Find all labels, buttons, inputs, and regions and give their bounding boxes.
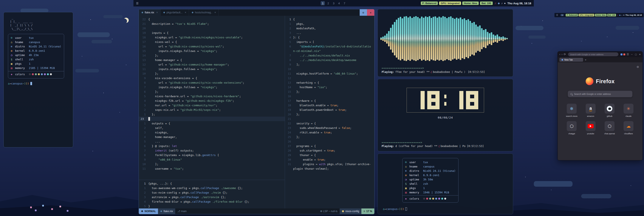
music-icon[interactable]: ♫ bbox=[494, 2, 496, 5]
firefox-logo-icon bbox=[586, 77, 594, 85]
tab-flake-nix[interactable]: ❄flake.nix× bbox=[139, 9, 160, 16]
newtab-search-input[interactable]: Search with Google or enter address bbox=[568, 91, 632, 97]
url-bar[interactable]: Search with Google or enter address bbox=[568, 52, 618, 56]
cloud bbox=[75, 69, 99, 72]
code-line: 23 sudo.wheelNeedsPassword = false; bbox=[285, 126, 374, 130]
bar-clock[interactable]: Thu Aug 08, 18:18 bbox=[625, 14, 642, 16]
tag-1[interactable]: 1 bbox=[321, 1, 325, 6]
code-line: 2 self, bbox=[139, 126, 285, 130]
cava-bar bbox=[402, 18, 403, 59]
tag-4[interactable]: 4 bbox=[337, 1, 341, 6]
shortcut-chatgpt[interactable]: ⬡chatgpt bbox=[564, 121, 579, 135]
hname-icon: ⌂ bbox=[405, 165, 410, 168]
editor-pane-flake[interactable]: 22{21 description = "tux's NixOS Flake";… bbox=[139, 16, 285, 180]
shortcut-youtube[interactable]: youtube bbox=[584, 121, 598, 135]
flower bbox=[42, 205, 44, 206]
palette-dot bbox=[423, 198, 425, 200]
fetch-field-pkgs: ▣pkgs1 bbox=[11, 62, 61, 66]
shortcut-chat-openai[interactable]: ⬡chat.openai bbox=[602, 121, 617, 135]
menu-button[interactable]: ☰ bbox=[626, 53, 629, 56]
gpu-mode-widget: GPU: Integrated bbox=[439, 2, 461, 5]
maximize-button[interactable]: ▢ bbox=[635, 53, 637, 56]
status-widgets: P: BalancedGPU: IntegratedHome: 8msBat: … bbox=[421, 2, 493, 5]
notifications-icon[interactable]: ● bbox=[623, 14, 624, 16]
fetch-field-hname: ⌂hnamecanopus bbox=[405, 164, 456, 169]
firefox-logo: Firefox bbox=[586, 77, 615, 85]
notifications-icon[interactable]: ● bbox=[504, 2, 506, 5]
volume-icon[interactable]: ♪ bbox=[622, 14, 622, 16]
tag-2[interactable]: 2 bbox=[326, 1, 330, 6]
tab-close-icon[interactable]: × bbox=[185, 11, 186, 14]
clock-digit bbox=[442, 91, 448, 109]
shortcut-github[interactable]: github bbox=[602, 104, 617, 117]
minimize-button[interactable]: ─ bbox=[631, 53, 632, 56]
forward-button[interactable]: › bbox=[562, 53, 562, 56]
code-line: 16 url = "github:nix-community/nixos-wsl… bbox=[139, 44, 285, 49]
fetch-value: 6.9.8-zen1 bbox=[29, 49, 45, 52]
bluetooth-icon[interactable]: ◆ bbox=[498, 2, 500, 5]
folder-icon: ⬢ bbox=[342, 210, 344, 213]
tag-3[interactable]: 3 bbox=[332, 1, 336, 6]
volume-icon[interactable]: ♪ bbox=[501, 2, 502, 5]
editor-pane-pkgs[interactable]: 1{pkgs, ...}: {1 tux-awesome-wm-config =… bbox=[139, 180, 285, 208]
menu-icon[interactable]: ☰ bbox=[136, 2, 138, 5]
extension-icon-red[interactable] bbox=[623, 54, 625, 55]
code-line: 8 forAllSystems = nixpkgs.lib.genAttrs [ bbox=[139, 153, 285, 157]
cava-bar bbox=[493, 35, 494, 43]
now-playing: Playing:ffee for your head) **♫beabadoob… bbox=[382, 70, 509, 74]
tab-close-icon[interactable]: × bbox=[156, 11, 158, 14]
shortcut-amazon[interactable]: aamazon bbox=[584, 104, 598, 117]
eye-button[interactable]: ⊙ bbox=[360, 9, 367, 16]
palette-dot bbox=[438, 198, 440, 200]
shortcut-search-nixos[interactable]: ❄search.nixos bbox=[564, 104, 579, 117]
fetch-value: zsh bbox=[29, 58, 34, 61]
back-button[interactable]: ‹ bbox=[560, 53, 560, 56]
terminal-cursor bbox=[405, 207, 407, 210]
git-branch: ⎇ main bbox=[175, 210, 189, 213]
shortcut-label: search.nixos bbox=[566, 115, 577, 117]
tab-new-tab[interactable]: New Tab bbox=[560, 58, 583, 62]
close-button[interactable]: ✕ bbox=[639, 53, 641, 56]
lsp-icon: ✻ bbox=[320, 210, 322, 213]
terminal-fetch-window[interactable]: _ | |_ _ ___ __ | _| || \ \ / \__|\_,_/_… bbox=[4, 12, 73, 147]
fetch-info-box: ☺usertux⌂hnamecanopus❄distroNixOS 24.11 … bbox=[402, 158, 458, 203]
editor-pane-iso[interactable]: 1{1 pkgs,2 modulesPath,3 ...4}: {5 impor… bbox=[285, 16, 374, 208]
tab-pkgs-default-[interactable]: ❄pkgs/default...× bbox=[160, 9, 189, 16]
code-line: 9 "x86_64-linux" bbox=[139, 157, 285, 162]
flower bbox=[67, 210, 68, 212]
refresh-button[interactable]: ⟳ bbox=[564, 53, 566, 56]
gear-icon[interactable]: ⚙ bbox=[636, 65, 639, 69]
code-line: 4 firefox-mod-blur = pkgs.callPackage ./… bbox=[139, 199, 285, 204]
cava-bar bbox=[406, 16, 407, 61]
nix-icon: ❄ bbox=[192, 11, 194, 14]
menu-icon[interactable]: ☰ bbox=[556, 14, 558, 16]
tag-7[interactable]: 7 bbox=[342, 1, 346, 6]
user-icon: ☺ bbox=[405, 161, 410, 164]
palette-dot bbox=[444, 198, 446, 200]
shortcut-cloudflare[interactable]: ☁cloudflare bbox=[622, 121, 636, 135]
bluetooth-icon[interactable]: ◆ bbox=[619, 14, 620, 16]
code-line: 18 nixpkgs.url = "github:nixos/nixpkgs/n… bbox=[139, 35, 285, 40]
shell-icon: $ bbox=[405, 182, 410, 185]
shortcut-claude[interactable]: ✳claude bbox=[622, 104, 636, 117]
clock-window[interactable]: 08/08/24 ======================> Playing… bbox=[378, 79, 513, 151]
bar-clock[interactable]: Thu Aug 08, 18:18 bbox=[507, 2, 531, 5]
window-close-button[interactable]: ✕ bbox=[367, 9, 374, 16]
cava-bar bbox=[396, 20, 397, 58]
fetch-field-user: ☺usertux bbox=[11, 36, 61, 40]
newtab-page: ⚙ Firefox Search with Google or enter ad… bbox=[558, 62, 642, 160]
tab-hosts-isoimag-[interactable]: ❄hosts/isoImag..× bbox=[189, 9, 219, 16]
extension-icon-blue[interactable] bbox=[620, 54, 622, 55]
music-icon[interactable]: ♫ bbox=[617, 14, 618, 16]
fetch-field-distro: ❄distroNixOS 24.11 (Vicuna) bbox=[11, 44, 61, 49]
tab-close-icon[interactable]: × bbox=[214, 11, 216, 14]
cava-window[interactable]: =======================> Playing:ffee fo… bbox=[378, 9, 513, 77]
code-line: n-cd-minimal.nix" bbox=[285, 49, 374, 53]
mode-indicator: ❖NORMAL bbox=[139, 208, 158, 214]
tag-1[interactable]: 1 bbox=[560, 14, 564, 16]
terminal-fetch-window[interactable]: ☺usertux⌂hnamecanopus❄distroNixOS 24.11 … bbox=[378, 153, 513, 214]
new-tab-button[interactable]: + bbox=[585, 58, 586, 61]
cloud bbox=[534, 181, 572, 187]
cava-bar bbox=[380, 38, 382, 40]
cava-bar bbox=[473, 22, 475, 55]
